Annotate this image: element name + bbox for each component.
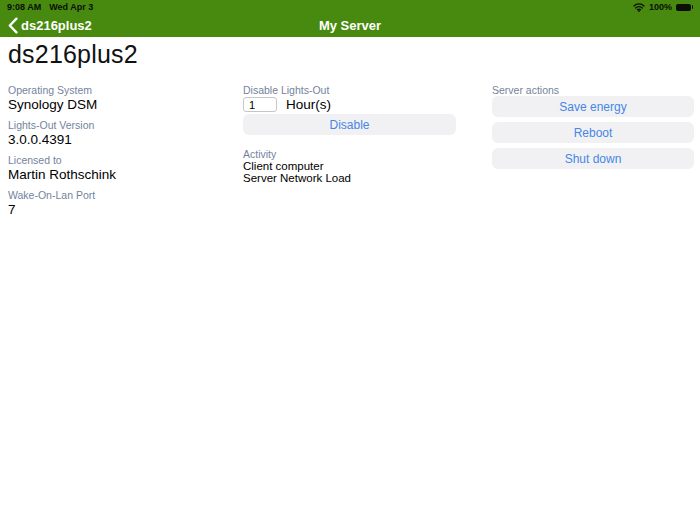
back-button[interactable]: ds216plus2 (8, 14, 92, 37)
wifi-icon (633, 3, 645, 12)
status-right: 100% (633, 2, 693, 12)
nav-title: My Server (0, 14, 700, 37)
info-label: Lights-Out Version (8, 119, 233, 131)
hours-row: Hour(s) (243, 97, 456, 112)
status-time: 9:08 AM (7, 2, 41, 12)
back-chevron-icon (8, 17, 18, 34)
info-value: Synology DSM (8, 97, 233, 112)
screen: 9:08 AM Wed Apr 3 100% ds216plus2 My Ser… (0, 0, 700, 525)
info-group-lights-out-version: Lights-Out Version 3.0.0.4391 (8, 119, 233, 147)
page-title: ds216plus2 (8, 40, 138, 69)
disable-button[interactable]: Disable (243, 114, 456, 135)
status-bar: 9:08 AM Wed Apr 3 100% (0, 0, 700, 14)
info-value: Martin Rothschink (8, 167, 233, 182)
activity-item-client-computer: Client computer (243, 160, 456, 172)
info-value: 7 (8, 202, 233, 217)
battery-icon (676, 4, 693, 11)
disable-lights-out-section: Disable Lights-Out Hour(s) Disable Activ… (243, 84, 456, 184)
status-date: Wed Apr 3 (49, 2, 93, 12)
disable-section-label: Disable Lights-Out (243, 84, 456, 96)
battery-nub (692, 5, 694, 9)
battery-percent: 100% (649, 2, 672, 12)
activity-item-server-network-load: Server Network Load (243, 172, 456, 184)
server-actions-label: Server actions (492, 84, 694, 96)
info-label: Operating System (8, 84, 233, 96)
back-button-label: ds216plus2 (21, 18, 92, 33)
server-actions-section: Server actions Save energy Reboot Shut d… (492, 84, 694, 174)
reboot-button[interactable]: Reboot (492, 122, 694, 143)
info-label: Licensed to (8, 154, 233, 166)
info-value: 3.0.0.4391 (8, 132, 233, 147)
info-group-licensed-to: Licensed to Martin Rothschink (8, 154, 233, 182)
info-group-operating-system: Operating System Synology DSM (8, 84, 233, 112)
shut-down-button[interactable]: Shut down (492, 148, 694, 169)
save-energy-button[interactable]: Save energy (492, 96, 694, 117)
info-label: Wake-On-Lan Port (8, 189, 233, 201)
hours-input[interactable] (243, 97, 277, 112)
status-left: 9:08 AM Wed Apr 3 (7, 2, 93, 12)
server-info-section: Operating System Synology DSM Lights-Out… (8, 84, 233, 224)
info-group-wake-on-lan-port: Wake-On-Lan Port 7 (8, 189, 233, 217)
navigation-bar: ds216plus2 My Server (0, 14, 700, 37)
battery-body (676, 4, 691, 11)
hours-unit-label: Hour(s) (286, 97, 331, 112)
activity-label: Activity (243, 148, 456, 160)
